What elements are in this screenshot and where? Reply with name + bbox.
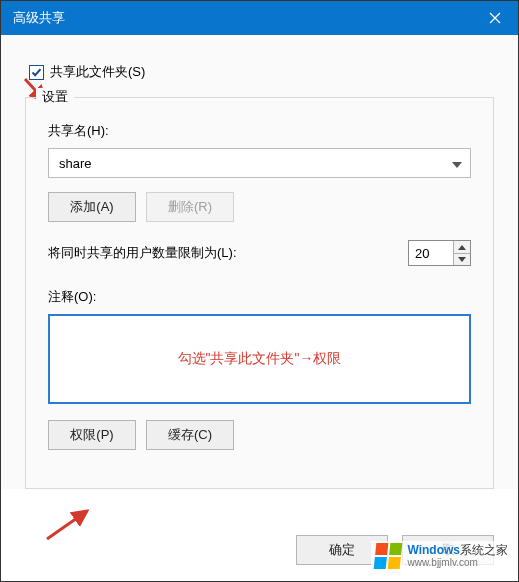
comment-label: 注释(O): [48,288,471,306]
watermark: Windows系统之家 www.bjjmlv.com [371,541,512,571]
user-limit-value: 20 [409,241,453,265]
comment-annotation-text: 勾选"共享此文件夹"→权限 [178,350,342,368]
annotation-arrow-icon [41,505,101,545]
watermark-url: www.bjjmlv.com [407,557,508,568]
settings-group: 设置 共享名(H): share 添加(A) 删除(R) 将同时共享的用户数量限… [25,97,494,489]
permissions-button[interactable]: 权限(P) [48,420,136,450]
titlebar: 高级共享 [1,1,518,35]
user-limit-label: 将同时共享的用户数量限制为(L): [48,244,237,262]
delete-button: 删除(R) [146,192,234,222]
close-icon [489,12,501,24]
user-limit-spinner[interactable]: 20 [408,240,471,266]
windows-logo-icon [374,543,403,569]
share-folder-checkbox[interactable] [29,65,44,80]
spinner-up-button[interactable] [454,241,470,253]
triangle-down-icon [458,257,466,262]
watermark-line1: Windows系统之家 [407,544,508,557]
share-name-label: 共享名(H): [48,122,471,140]
share-folder-checkbox-row: 共享此文件夹(S) [29,63,494,81]
svg-line-3 [47,511,87,539]
chevron-down-icon [452,156,462,171]
checkmark-icon [31,67,42,78]
share-name-combo[interactable]: share [48,148,471,178]
spinner-down-button[interactable] [454,253,470,265]
add-button[interactable]: 添加(A) [48,192,136,222]
comment-textarea[interactable]: 勾选"共享此文件夹"→权限 [48,314,471,404]
share-folder-label: 共享此文件夹(S) [50,63,145,81]
share-name-value: share [59,156,92,171]
window-title: 高级共享 [13,9,65,27]
dialog-body: 共享此文件夹(S) 设置 共享名(H): share 添加(A) 删除(R) 将… [1,35,518,489]
settings-group-label: 设置 [36,88,74,106]
caching-button[interactable]: 缓存(C) [146,420,234,450]
close-button[interactable] [472,1,518,35]
triangle-up-icon [458,245,466,250]
